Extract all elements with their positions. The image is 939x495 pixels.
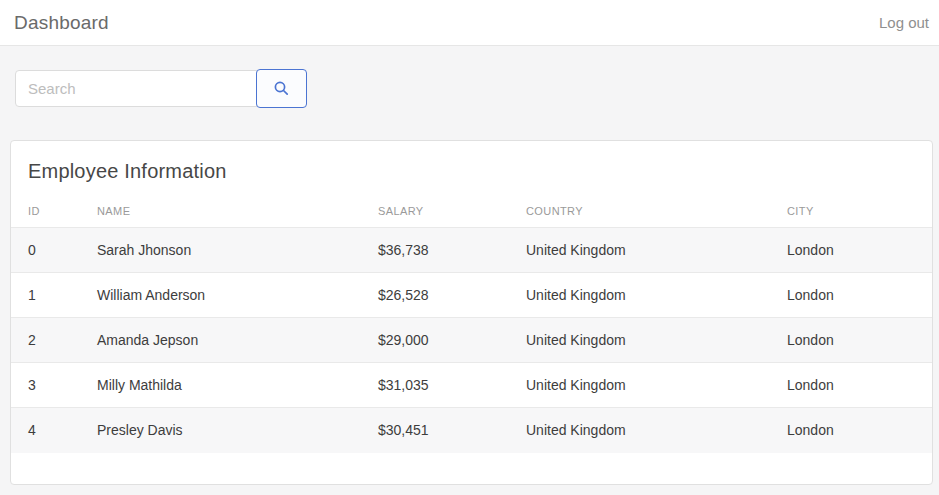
table-row: 2Amanda Jepson$29,000United KingdomLondo… [11, 318, 932, 363]
employee-table-body: 0Sarah Jhonson$36,738United KingdomLondo… [11, 228, 932, 453]
search-input[interactable] [15, 70, 257, 107]
topbar: Dashboard Log out [0, 0, 939, 46]
cell-id: 2 [11, 318, 80, 363]
cell-salary: $26,528 [361, 273, 509, 318]
cell-salary: $30,451 [361, 408, 509, 453]
column-header-id: ID [11, 195, 80, 228]
employee-table: ID NAME SALARY COUNTRY CITY 0Sarah Jhons… [11, 195, 932, 453]
cell-country: United Kingdom [509, 273, 770, 318]
table-header: ID NAME SALARY COUNTRY CITY [11, 195, 932, 228]
column-header-salary: SALARY [361, 195, 509, 228]
cell-name: Sarah Jhonson [80, 228, 361, 273]
logout-link[interactable]: Log out [879, 14, 929, 31]
cell-name: Amanda Jepson [80, 318, 361, 363]
table-row: 1William Anderson$26,528United KingdomLo… [11, 273, 932, 318]
cell-id: 0 [11, 228, 80, 273]
cell-salary: $31,035 [361, 363, 509, 408]
cell-name: William Anderson [80, 273, 361, 318]
cell-country: United Kingdom [509, 228, 770, 273]
table-row: 4Presley Davis$30,451United KingdomLondo… [11, 408, 932, 453]
cell-country: United Kingdom [509, 363, 770, 408]
cell-city: London [770, 273, 932, 318]
cell-name: Presley Davis [80, 408, 361, 453]
cell-city: London [770, 363, 932, 408]
cell-city: London [770, 228, 932, 273]
search-bar [15, 69, 939, 108]
cell-country: United Kingdom [509, 408, 770, 453]
table-row: 0Sarah Jhonson$36,738United KingdomLondo… [11, 228, 932, 273]
page-title: Dashboard [14, 12, 109, 34]
search-button[interactable] [256, 69, 307, 108]
cell-name: Milly Mathilda [80, 363, 361, 408]
cell-city: London [770, 318, 932, 363]
column-header-name: NAME [80, 195, 361, 228]
cell-id: 1 [11, 273, 80, 318]
cell-id: 4 [11, 408, 80, 453]
card-title: Employee Information [11, 141, 932, 183]
search-icon [273, 80, 290, 97]
column-header-city: CITY [770, 195, 932, 228]
column-header-country: COUNTRY [509, 195, 770, 228]
cell-salary: $29,000 [361, 318, 509, 363]
employee-card: Employee Information ID NAME SALARY COUN… [10, 140, 933, 485]
cell-city: London [770, 408, 932, 453]
table-row: 3Milly Mathilda$31,035United KingdomLond… [11, 363, 932, 408]
cell-salary: $36,738 [361, 228, 509, 273]
cell-country: United Kingdom [509, 318, 770, 363]
cell-id: 3 [11, 363, 80, 408]
